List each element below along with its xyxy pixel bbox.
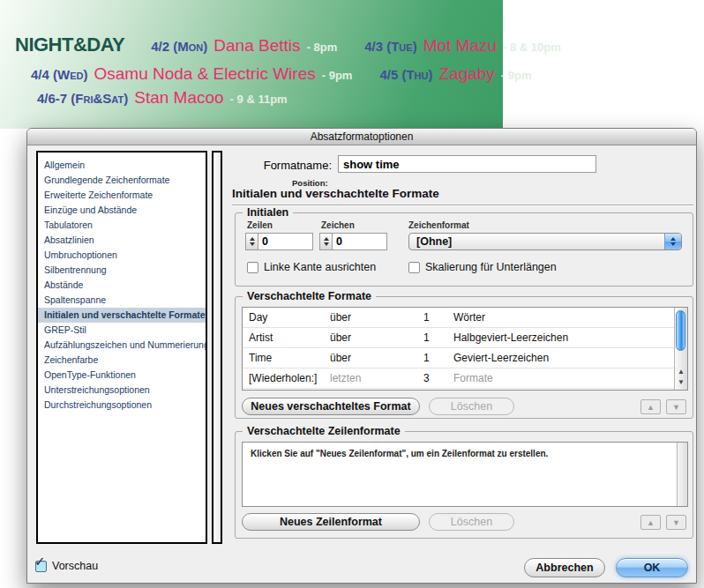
nested-style-cell: Time (249, 348, 330, 368)
scale-descenders-label: Skalierung für Unterlängen (425, 261, 557, 273)
banner-artist-text: Stan Macoo (134, 88, 223, 108)
move-down-button[interactable]: ▼ (666, 515, 686, 530)
stepper-down-icon[interactable] (324, 242, 329, 246)
nested-style-cell: Artist (249, 328, 330, 347)
banner-time-text: - 8 & 10pm (503, 41, 561, 54)
lines-stepper[interactable] (245, 233, 258, 250)
banner-time-text: - 9pm (501, 69, 532, 82)
sidebar-item[interactable]: Durchstreichungsoptionen (38, 398, 206, 413)
nested-styles-list: Dayüber1WörterArtistüber1Halbgeviert-Lee… (242, 307, 688, 391)
empty-list-message: Klicken Sie auf "Neues Zeilenformat", um… (243, 443, 687, 465)
move-up-button[interactable]: ▲ (640, 515, 661, 530)
sidebar-item[interactable]: Umbruchoptionen (38, 248, 206, 263)
nested-style-cell: über (330, 348, 423, 368)
page: NIGHT&DAY4/2 (Mon)Dana Bettis- 8pm4/3 (T… (0, 0, 704, 588)
line-styles-scrollbar[interactable] (677, 443, 687, 506)
nested-line-styles-legend: Verschachtelte Zeilenformate (243, 425, 405, 437)
sidebar-item[interactable]: Aufzählungszeichen und Nummerierung (38, 338, 206, 353)
banner-date-text: 4/5 (Thu) (379, 67, 432, 82)
new-nested-style-button[interactable]: Neues verschachteltes Format (242, 398, 420, 415)
sidebar-item[interactable]: GREP-Stil (38, 323, 206, 338)
sidebar-item[interactable]: Erweiterte Zeichenformate (38, 188, 206, 203)
banner-artist-text: Dana Bettis (213, 36, 300, 56)
scroll-down-icon[interactable]: ▼ (675, 377, 687, 388)
sidebar-item[interactable]: Unterstreichungsoptionen (38, 383, 206, 398)
banner-time-text: - 8pm (307, 41, 338, 54)
nested-style-cell: Wörter (453, 308, 672, 327)
move-up-button[interactable]: ▲ (640, 399, 661, 414)
section-rule (232, 205, 693, 206)
scroll-up-icon[interactable]: ▲ (675, 367, 687, 377)
sidebar-item[interactable]: Zeichenfarbe (38, 353, 206, 368)
char-style-value: [Ohne] (416, 235, 452, 248)
banner-date-text: 4/4 (Wed) (31, 67, 87, 82)
chars-input[interactable] (332, 233, 387, 250)
align-left-edge-checkbox[interactable] (247, 262, 258, 273)
delete-line-style-button[interactable]: Löschen (429, 513, 514, 531)
nested-list-scrollbar[interactable]: ▲ ▼ (674, 308, 687, 390)
sidebar-item[interactable]: Grundlegende Zeichenformate (38, 173, 206, 188)
sidebar-item[interactable]: Allgemein (38, 158, 206, 173)
nested-style-cell: 3 (423, 368, 453, 388)
banner-line: 4/4 (Wed)Osamu Noda & Electric Wires- 9p… (31, 64, 538, 84)
sidebar-item[interactable]: Spaltenspanne (38, 293, 206, 308)
lines-input[interactable] (258, 233, 313, 250)
nested-styles-legend: Verschachtelte Formate (243, 290, 376, 302)
dialog-title: Absatzformatoptionen (311, 130, 414, 143)
nested-style-cell: Geviert-Leerzeichen (453, 348, 672, 368)
banner-date-text: 4/6-7 (Fri&Sat) (37, 91, 128, 106)
nested-style-cell: Day (249, 308, 330, 327)
nested-style-cell: letzten (330, 368, 423, 388)
stepper-down-icon[interactable] (250, 242, 255, 246)
banner-time-text: - 9pm (322, 69, 353, 82)
format-name-input[interactable] (338, 155, 596, 173)
nested-line-styles-group: Verschachtelte Zeilenformate Klicken Sie… (235, 431, 693, 539)
banner-artist-text: Osamu Noda & Electric Wires (94, 64, 315, 84)
sidebar-item[interactable]: Absatzlinien (38, 233, 206, 248)
nested-style-cell: über (330, 308, 423, 327)
nested-style-cell: 1 (423, 348, 453, 368)
nested-style-cell: 1 (423, 308, 453, 327)
sidebar-item[interactable]: Initialen und verschachtelte Formate (38, 308, 206, 323)
scrollbar-thumb[interactable] (676, 310, 685, 351)
nested-style-row[interactable]: Artistüber1Halbgeviert-Leerzeichen (243, 328, 687, 348)
nested-style-row[interactable]: Timeüber1Geviert-Leerzeichen (243, 348, 687, 368)
chars-label: Zeichen (321, 220, 355, 230)
sidebar-item[interactable]: Tabulatoren (38, 218, 206, 233)
sidebar-item[interactable]: Abstände (38, 278, 206, 293)
stepper-up-icon[interactable] (324, 237, 329, 241)
preview-label: Vorschau (52, 560, 98, 572)
sidebar-item[interactable]: Einzüge und Abstände (38, 203, 206, 218)
banner-line: NIGHT&DAY4/2 (Mon)Dana Bettis- 8pm4/3 (T… (15, 33, 567, 56)
ok-button[interactable]: OK (616, 558, 688, 577)
nested-style-cell: Formate (453, 368, 672, 388)
banner-brand-text: NIGHT&DAY (15, 33, 124, 56)
banner-artist-text: Zagaby (438, 64, 494, 84)
chars-stepper[interactable] (319, 233, 332, 250)
paragraph-style-options-dialog: Absatzformatoptionen AllgemeinGrundlegen… (26, 128, 697, 584)
cancel-button[interactable]: Abbrechen (524, 558, 605, 577)
align-left-edge-label: Linke Kante ausrichten (264, 261, 376, 273)
section-heading: Initialen und verschachtelte Formate (232, 187, 439, 200)
checkmark-icon: ✓ (34, 554, 46, 569)
stepper-up-icon[interactable] (250, 237, 255, 241)
sidebar-scrollbar[interactable] (212, 151, 222, 544)
dialog-titlebar[interactable]: Absatzformatoptionen (27, 129, 696, 145)
new-line-style-button[interactable]: Neues Zeilenformat (242, 513, 420, 531)
banner-time-text: - 9 & 11pm (230, 93, 288, 106)
nested-style-cell: über (330, 328, 423, 347)
scale-descenders-checkbox[interactable] (408, 262, 420, 273)
banner-date-text: 4/3 (Tue) (364, 39, 416, 54)
sidebar-item[interactable]: OpenType-Funktionen (38, 368, 206, 383)
move-down-button[interactable]: ▼ (666, 399, 686, 414)
nested-style-cell: 1 (423, 328, 453, 347)
delete-nested-style-button[interactable]: Löschen (429, 398, 514, 415)
lines-label: Zeilen (247, 220, 273, 230)
nested-style-row[interactable]: Dayüber1Wörter (243, 308, 687, 328)
nested-style-cell: Halbgeviert-Leerzeichen (453, 328, 672, 347)
char-style-label: Zeichenformat (408, 220, 469, 230)
nested-style-cell: [Wiederholen:] (249, 368, 330, 388)
nested-style-row[interactable]: [Wiederholen:]letzten3Formate (243, 368, 687, 389)
char-style-dropdown[interactable]: [Ohne] (408, 233, 682, 250)
sidebar-item[interactable]: Silbentrennung (38, 263, 206, 278)
